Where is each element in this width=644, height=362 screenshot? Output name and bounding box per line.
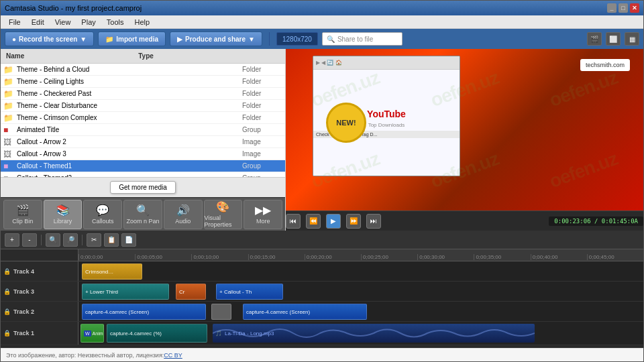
col-name: Name	[6, 52, 24, 60]
tool-more[interactable]: ▶▶ More	[244, 200, 282, 229]
top-downloads-label: Top Downloads	[368, 122, 405, 128]
track-label-3: 🔒 Track 3	[1, 282, 78, 301]
search-icon: 🔍	[327, 36, 335, 43]
media-item-theme-crimson[interactable]: 📁 Theme - Crimson Complex Folder	[1, 112, 285, 124]
ruler-mark-8: 0;00;40;00	[531, 254, 587, 260]
time-separator: /	[594, 218, 602, 225]
produce-button[interactable]: ▶ Produce and share ▼	[170, 32, 262, 46]
track-3-text: Track 3	[13, 288, 34, 295]
timeline-sep-2	[82, 235, 83, 245]
track-lock-icon-4[interactable]: 🔒	[3, 268, 11, 275]
zoom-pan-icon: 🔍	[136, 204, 150, 217]
media-item-theme-clear[interactable]: 📁 Theme - Clear Disturbance Folder	[1, 100, 285, 112]
footer-text: Это изображение, автор: Неизвестный авто…	[6, 352, 164, 359]
minimize-button[interactable]: _	[607, 3, 616, 13]
track-2-content[interactable]: capture-4.camrec (Screen) capture-4.camr…	[78, 302, 643, 321]
media-item-callout-themed2[interactable]: ■ Callout - Themed2 Group	[1, 172, 285, 177]
fast-forward-button[interactable]: ⏩	[346, 214, 361, 229]
media-item-theme-behind-cloud[interactable]: 📁 Theme - Behind a Cloud Folder	[1, 64, 285, 76]
menu-help[interactable]: Help	[129, 17, 155, 27]
clip-capture-screen-1[interactable]: capture-4.camrec (Screen)	[82, 304, 206, 320]
timeline-paste-button[interactable]: 📄	[121, 233, 136, 247]
clip-lower-third[interactable]: + Lower Third	[82, 284, 169, 300]
skip-end-button[interactable]: ⏭	[366, 214, 381, 229]
track-lock-icon-3[interactable]: 🔒	[3, 288, 11, 295]
clip-callout-th[interactable]: + Callout - Th	[216, 284, 283, 300]
folder-icon: 📁	[3, 89, 14, 99]
record-dropdown-icon: ▼	[80, 36, 87, 43]
ruler-mark-1: 0;00;05;00	[135, 254, 191, 260]
app-window: Camtasia Studio - my first project.campr…	[0, 0, 644, 362]
close-button[interactable]: ✕	[630, 3, 639, 13]
image-icon: 🖼	[3, 149, 14, 159]
menu-play[interactable]: Play	[76, 17, 101, 27]
menu-bar: File Edit View Play Tools Help	[1, 15, 643, 29]
col-type: Type	[138, 52, 154, 60]
track-3-content[interactable]: + Lower Third Cr + Callout - Th	[78, 282, 643, 301]
search-box[interactable]: 🔍 Share to file	[322, 32, 402, 46]
track-label-2: 🔒 Track 2	[1, 302, 78, 321]
timeline-zoom-out-button[interactable]: 🔎	[63, 233, 78, 247]
track-4-text: Track 4	[13, 268, 34, 275]
ruler-mark-3: 0;00;15;00	[248, 254, 305, 260]
tool-callouts[interactable]: 💬 Callouts	[83, 200, 122, 229]
track-4-content[interactable]: Crimsond…	[78, 261, 643, 281]
new-badge: NEW!	[326, 103, 366, 143]
media-item-animated-title[interactable]: ■ Animated Title Group	[1, 124, 285, 136]
preview-controls: ⏮ ⏪ ▶ ⏩ ⏭ 0:00:23:06 / 0:01:45:0A	[286, 210, 643, 231]
zoom-level: 1280x720	[282, 36, 312, 43]
clip-capture-percent[interactable]: capture-4.camrec (%)	[107, 324, 207, 343]
clip-capture-thumb-1[interactable]	[211, 304, 231, 320]
image-icon: 🖼	[3, 137, 14, 147]
menu-file[interactable]: File	[3, 17, 26, 27]
track-lock-icon-2[interactable]: 🔒	[3, 308, 11, 315]
techsmith-logo: techsmith.com	[580, 59, 630, 71]
footer-link[interactable]: CC BY	[164, 352, 182, 359]
clip-animated-title[interactable]: WAnim…	[80, 324, 104, 343]
media-item-theme-ceiling[interactable]: 📁 Theme - Ceiling Lights Folder	[1, 76, 285, 88]
media-item-callout-themed1[interactable]: ■ Callout - Themed1 Group	[1, 160, 285, 172]
record-button[interactable]: ● Record the screen ▼	[5, 32, 94, 46]
menu-view[interactable]: View	[50, 17, 76, 27]
timeline-add-track-button[interactable]: +	[5, 233, 19, 247]
maximize-button[interactable]: □	[619, 3, 628, 13]
timeline-remove-track-button[interactable]: -	[22, 233, 37, 247]
track-lock-icon-1[interactable]: 🔒	[3, 330, 11, 337]
preview-extra-btn-3[interactable]: ▦	[625, 32, 639, 46]
tool-clip-bin[interactable]: 🎬 Clip Bin	[3, 200, 42, 229]
ruler-mark-7: 0;00;35;00	[474, 254, 530, 260]
timeline-ruler: 0;00;0;00 0;00;05;00 0;00;10;00 0;00;15;…	[1, 249, 643, 261]
timeline-zoom-in-button[interactable]: 🔍	[46, 233, 60, 247]
track-1-content[interactable]: WAnim… capture-4.camrec (%) 🎵La-Ti-Da - …	[78, 322, 643, 345]
timeline-copy-button[interactable]: 📋	[104, 233, 119, 247]
clip-crimsond[interactable]: Crimsond…	[82, 263, 142, 280]
menu-edit[interactable]: Edit	[26, 17, 50, 27]
media-item-theme-checkered[interactable]: 📁 Theme - Checkered Past Folder	[1, 88, 285, 100]
play-button[interactable]: ▶	[326, 214, 341, 229]
rewind-button[interactable]: ⏪	[306, 214, 321, 229]
tool-audio[interactable]: 🔊 Audio	[164, 200, 203, 229]
main-content: Name Type 📁 Theme - Behind a Cloud Folde…	[1, 49, 643, 231]
media-list: 📁 Theme - Behind a Cloud Folder 📁 Theme …	[1, 64, 285, 177]
preview-extra-btn-1[interactable]: 🎬	[587, 32, 602, 46]
clip-capture-screen-2[interactable]: capture-4.camrec (Screen)	[243, 304, 367, 320]
media-item-callout-arrow2[interactable]: 🖼 Callout - Arrow 2 Image	[1, 136, 285, 148]
skip-start-button[interactable]: ⏮	[286, 214, 301, 229]
time-display: 0:00:23:06 / 0:01:45:0A	[549, 217, 643, 226]
preview-extra-btn-2[interactable]: ⬜	[606, 32, 621, 46]
right-panel: ▶ ◀ 🔄 🏠 YouTube Top Downloads Check out …	[286, 49, 643, 231]
window-controls: _ □ ✕	[607, 3, 639, 13]
timeline-cut-button[interactable]: ✂	[87, 233, 101, 247]
media-item-callout-arrow3[interactable]: 🖼 Callout - Arrow 3 Image	[1, 148, 285, 160]
menu-tools[interactable]: Tools	[101, 17, 129, 27]
tool-zoom-pan[interactable]: 🔍 Zoom n Pan	[123, 200, 162, 229]
tool-visual-properties[interactable]: 🎨 Visual Properties	[204, 200, 243, 229]
clip-audio-latida[interactable]: 🎵La-Ti-Da - Long.mp3	[213, 324, 535, 343]
tool-library[interactable]: 📚 Library	[44, 200, 83, 229]
more-icon: ▶▶	[255, 204, 271, 217]
timeline-sep-1	[41, 235, 42, 245]
get-more-media-button[interactable]: Get more media	[110, 181, 176, 194]
track-labels-header	[1, 249, 78, 261]
clip-cr[interactable]: Cr	[176, 284, 206, 300]
import-button[interactable]: 📁 Import media	[98, 32, 166, 46]
